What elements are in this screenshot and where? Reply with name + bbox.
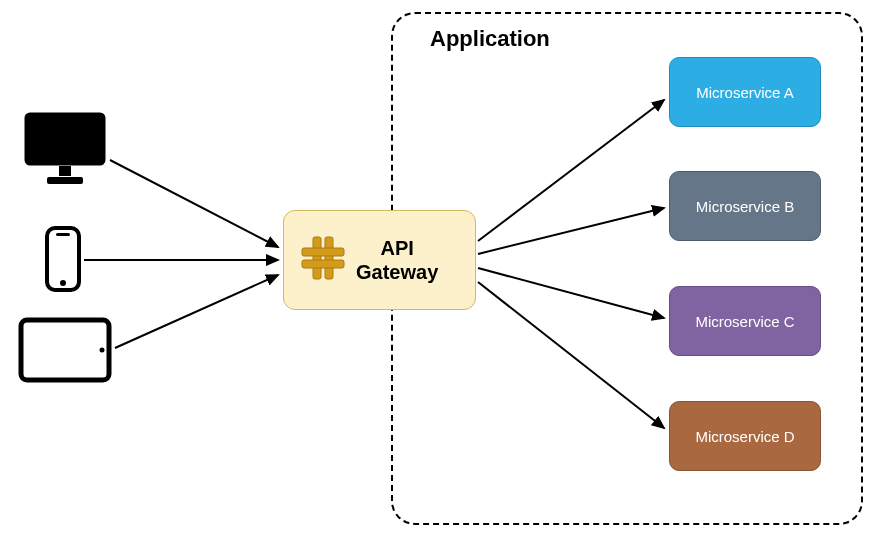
svg-rect-11 [21, 320, 109, 380]
arrow-desktop-to-gateway [110, 160, 278, 247]
svg-rect-6 [59, 166, 71, 176]
microservice-d-label: Microservice D [695, 428, 794, 445]
microservice-b: Microservice B [669, 171, 821, 241]
desktop-icon [23, 111, 107, 191]
svg-rect-1 [325, 237, 333, 279]
microservice-b-label: Microservice B [696, 198, 794, 215]
microservice-c: Microservice C [669, 286, 821, 356]
svg-point-10 [60, 280, 66, 286]
svg-rect-0 [313, 237, 321, 279]
svg-rect-7 [47, 177, 83, 184]
microservice-a-label: Microservice A [696, 84, 794, 101]
microservice-a: Microservice A [669, 57, 821, 127]
svg-rect-2 [302, 248, 344, 256]
svg-rect-5 [32, 120, 98, 158]
phone-icon [45, 226, 81, 296]
gateway-icon [298, 233, 348, 287]
api-gateway-label: API Gateway [356, 236, 438, 284]
gateway-label-line1: API [380, 237, 413, 259]
gateway-label-line2: Gateway [356, 261, 438, 283]
microservice-d: Microservice D [669, 401, 821, 471]
svg-point-12 [100, 348, 105, 353]
application-title: Application [430, 26, 550, 52]
svg-rect-3 [302, 260, 344, 268]
svg-rect-9 [56, 233, 70, 236]
api-gateway: API Gateway [283, 210, 476, 310]
tablet-icon [18, 317, 112, 387]
microservice-c-label: Microservice C [695, 313, 794, 330]
diagram-canvas: Application API Gateway Microservice A M… [0, 0, 881, 537]
arrow-tablet-to-gateway [115, 275, 278, 348]
